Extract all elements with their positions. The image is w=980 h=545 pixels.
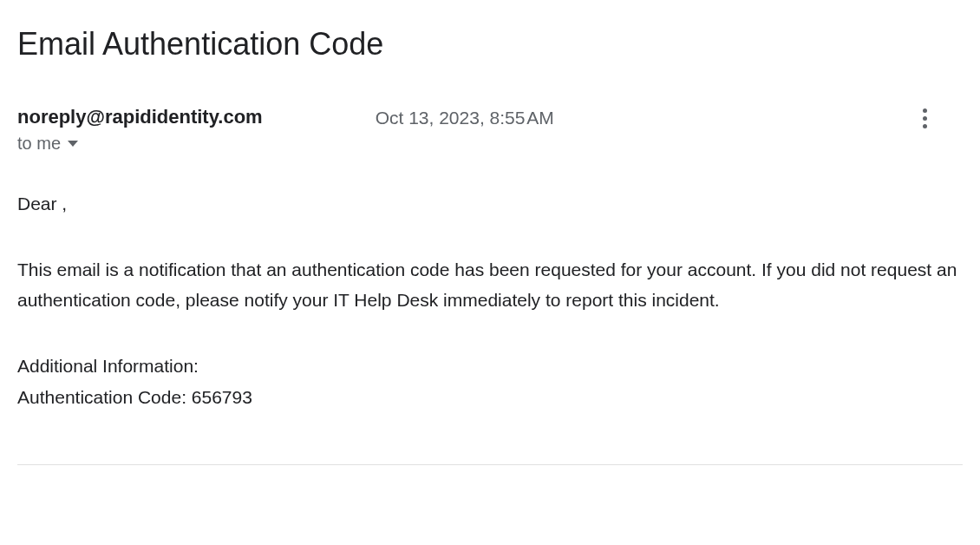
greeting-line: Dear , bbox=[17, 188, 963, 220]
email-timestamp: Oct 13, 2023, 8:55 AM bbox=[376, 106, 554, 128]
auth-code-label: Authentication Code: bbox=[17, 387, 192, 407]
additional-info-label: Additional Information: bbox=[17, 351, 963, 382]
kebab-dot-icon bbox=[923, 116, 927, 121]
sender-email[interactable]: noreply@rapididentity.com bbox=[17, 106, 263, 128]
body-paragraph: This email is a notification that an aut… bbox=[17, 254, 963, 316]
email-body: Dear , This email is a notification that… bbox=[17, 188, 963, 412]
recipient-label: to me bbox=[17, 134, 61, 154]
kebab-dot-icon bbox=[923, 108, 927, 113]
recipient-dropdown[interactable]: to me bbox=[17, 134, 263, 154]
more-options-button[interactable] bbox=[912, 106, 937, 130]
auth-code-line: Authentication Code: 656793 bbox=[17, 382, 963, 413]
auth-code-value: 656793 bbox=[192, 387, 252, 407]
email-subject: Email Authentication Code bbox=[17, 26, 963, 62]
sender-block: noreply@rapididentity.com to me bbox=[17, 106, 263, 154]
email-header: noreply@rapididentity.com to me Oct 13, … bbox=[17, 106, 963, 154]
kebab-dot-icon bbox=[923, 124, 927, 128]
chevron-down-icon bbox=[68, 141, 78, 147]
divider bbox=[17, 464, 963, 465]
